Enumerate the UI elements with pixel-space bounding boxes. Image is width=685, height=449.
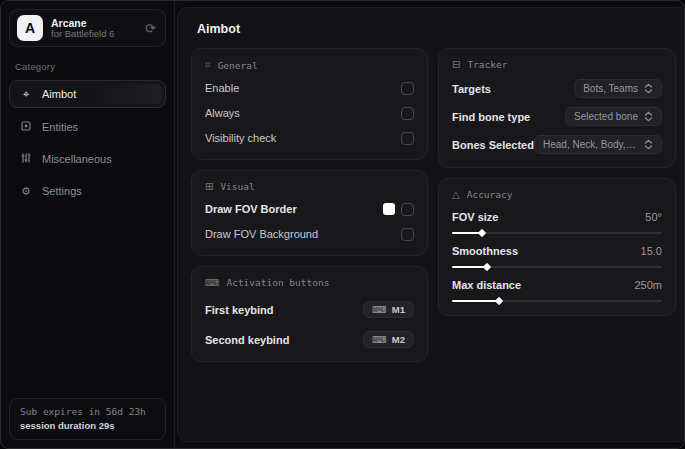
setting-label: Enable (205, 82, 239, 94)
slider-value: 15.0 (641, 245, 662, 257)
sliders-icon (19, 152, 33, 166)
setting-row-visibility-check: Visibility check (205, 130, 414, 146)
max-distance-slider[interactable] (452, 300, 662, 302)
sidebar-item-aimbot[interactable]: ⌖ Aimbot (9, 80, 166, 108)
sidebar-item-miscellaneous[interactable]: Miscellaneous (9, 146, 166, 172)
setting-row-second-keybind: Second keybind ⌨ M2 (205, 331, 414, 348)
section-title: Accuracy (467, 189, 513, 200)
setting-row-draw-fov-border: Draw FOV Border (205, 201, 414, 217)
sidebar-item-label: Settings (42, 185, 82, 197)
category-label: Category (15, 61, 160, 72)
left-column: ⌗ General Enable Always Visibility check (191, 48, 428, 362)
setting-label: Smoothness (452, 245, 518, 257)
sidebar-item-entities[interactable]: Entities (9, 114, 166, 140)
slider-value: 250m (634, 279, 662, 291)
setting-row-draw-fov-background: Draw FOV Background (205, 226, 414, 242)
find-bone-type-dropdown[interactable]: Selected bone (565, 107, 662, 126)
sub-expiry-text: Sub expires in 56d 23h (20, 406, 155, 417)
sidebar-item-label: Aimbot (42, 88, 76, 100)
section-title: General (218, 60, 258, 71)
draw-fov-border-checkbox[interactable] (401, 203, 414, 216)
dropdown-value: Bots, Teams (583, 83, 638, 94)
keybind-value: M1 (392, 304, 405, 315)
dropdown-value: Head, Neck, Body, Pe.. (543, 139, 638, 150)
setting-row-always: Always (205, 105, 414, 121)
entities-icon (19, 120, 33, 134)
setting-label: Targets (452, 83, 491, 95)
visual-icon: ⊞ (205, 181, 213, 192)
setting-label: Max distance (452, 279, 521, 291)
setting-label: FOV size (452, 211, 498, 223)
section-title: Activation buttons (226, 277, 329, 288)
main-panel: Aimbot ⌗ General Enable Always (177, 7, 685, 442)
setting-label: Bones Selected (452, 139, 534, 151)
keyboard-icon: ⌨ (205, 277, 219, 288)
visibility-check-checkbox[interactable] (401, 132, 414, 145)
subscription-info: Sub expires in 56d 23h session duration … (9, 398, 166, 440)
session-duration-text: session duration 29s (20, 420, 155, 431)
second-keybind-button[interactable]: ⌨ M2 (363, 331, 414, 348)
setting-row-enable: Enable (205, 80, 414, 96)
slider-row-max-distance: Max distance 250m (452, 279, 662, 302)
sidebar-nav: ⌖ Aimbot Entities Miscellaneo (9, 80, 166, 204)
refresh-icon[interactable]: ⟳ (143, 21, 158, 36)
setting-row-first-keybind: First keybind ⌨ M1 (205, 301, 414, 318)
tracker-icon: ⊟ (452, 59, 460, 70)
slider-fill (452, 232, 481, 234)
chevron-up-down-icon (644, 139, 653, 150)
accuracy-icon: △ (452, 189, 460, 200)
fov-size-slider[interactable] (452, 232, 662, 234)
accuracy-card: △ Accuracy FOV size 50° (438, 178, 676, 316)
activation-buttons-card: ⌨ Activation buttons First keybind ⌨ M1 … (191, 266, 428, 362)
draw-fov-background-checkbox[interactable] (401, 228, 414, 241)
section-title: Visual (220, 181, 254, 192)
setting-label: Visibility check (205, 132, 276, 144)
slider-row-fov-size: FOV size 50° (452, 211, 662, 234)
setting-label: First keybind (205, 304, 273, 316)
setting-row-bones-selected: Bones Selected Head, Neck, Body, Pe.. (452, 135, 662, 154)
section-title: Tracker (467, 59, 507, 70)
sidebar-item-label: Miscellaneous (42, 153, 112, 165)
sidebar-item-settings[interactable]: ⚙ Settings (9, 178, 166, 204)
page-title: Aimbot (197, 22, 676, 36)
enable-checkbox[interactable] (401, 82, 414, 95)
setting-row-targets: Targets Bots, Teams (452, 79, 662, 98)
sidebar-item-label: Entities (42, 121, 78, 133)
slider-value: 50° (645, 211, 662, 223)
app-name: Arcane (51, 17, 135, 29)
chevron-up-down-icon (644, 83, 653, 94)
first-keybind-button[interactable]: ⌨ M1 (363, 301, 414, 318)
smoothness-slider[interactable] (452, 266, 662, 268)
visual-card: ⊞ Visual Draw FOV Border Draw FOV Backgr… (191, 170, 428, 256)
setting-label: Draw FOV Background (205, 228, 318, 240)
tracker-card: ⊟ Tracker Targets Bots, Teams (438, 48, 676, 168)
general-card: ⌗ General Enable Always Visibility check (191, 48, 428, 160)
chevron-up-down-icon (644, 111, 653, 122)
setting-label: Find bone type (452, 111, 530, 123)
setting-label: Always (205, 107, 240, 119)
keyboard-icon: ⌨ (372, 334, 386, 345)
fov-border-color-swatch[interactable] (383, 203, 395, 215)
keyboard-icon: ⌨ (372, 304, 386, 315)
crosshair-icon: ⌖ (19, 88, 33, 101)
keybind-value: M2 (392, 334, 405, 345)
app-logo: A (17, 15, 43, 41)
slider-fill (452, 300, 498, 302)
sidebar: A Arcane for Battlefield 6 ⟳ Category ⌖ … (1, 1, 175, 448)
setting-label: Second keybind (205, 334, 289, 346)
always-checkbox[interactable] (401, 107, 414, 120)
setting-label: Draw FOV Border (205, 203, 297, 215)
right-column: ⊟ Tracker Targets Bots, Teams (438, 48, 676, 316)
bones-selected-dropdown[interactable]: Head, Neck, Body, Pe.. (534, 135, 662, 154)
slider-row-smoothness: Smoothness 15.0 (452, 245, 662, 268)
brand-card: A Arcane for Battlefield 6 ⟳ (9, 9, 166, 47)
gear-icon: ⚙ (19, 185, 33, 198)
app-window: A Arcane for Battlefield 6 ⟳ Category ⌖ … (0, 0, 685, 449)
app-subtitle: for Battlefield 6 (51, 29, 135, 40)
slider-fill (452, 266, 486, 268)
dropdown-value: Selected bone (574, 111, 638, 122)
targets-dropdown[interactable]: Bots, Teams (574, 79, 662, 98)
setting-row-find-bone-type: Find bone type Selected bone (452, 107, 662, 126)
general-icon: ⌗ (205, 59, 211, 71)
